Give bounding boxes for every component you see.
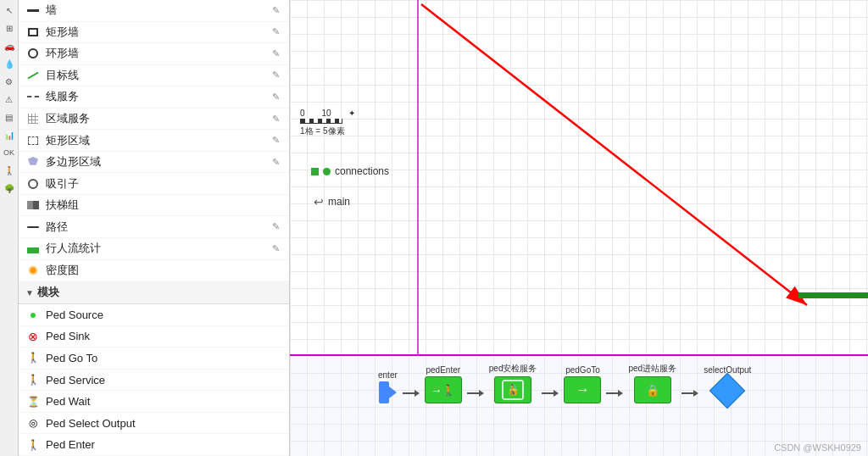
circ-wall-edit-icon[interactable]: ✎: [269, 47, 282, 60]
arrow-head-2: [479, 390, 484, 397]
main-item[interactable]: ↩ main: [314, 195, 350, 209]
target-line-icon: [25, 68, 41, 83]
flow-node-ped-security[interactable]: ped安检服务 🔒 🚶: [489, 363, 537, 403]
path-label: 路径: [46, 220, 269, 235]
main-icon: ↩: [314, 195, 324, 209]
module-section-header[interactable]: ▼ 模块: [19, 281, 289, 304]
ped-security-flow-label: ped安检服务: [489, 363, 537, 375]
sidebar-item-ped-wait[interactable]: ⏳ Ped Wait: [19, 391, 289, 413]
rect-wall-edit-icon[interactable]: ✎: [269, 25, 282, 39]
scale-text: 1格 = 5像素: [300, 125, 355, 137]
warning-tool-icon[interactable]: ⚠: [1, 91, 18, 108]
ped-goto-icon: 🚶: [25, 350, 41, 365]
flow-node-select-output[interactable]: selectOutput: [704, 365, 751, 403]
ped-wait-icon: ⏳: [25, 394, 41, 409]
ped-enter-icon: 🚶: [25, 437, 41, 453]
person-tool-icon[interactable]: 🚶: [1, 162, 18, 179]
flow-node-ped-goto[interactable]: pedGoTo →: [564, 365, 601, 403]
ok-tool-icon[interactable]: OK: [1, 144, 18, 161]
select-tool-icon[interactable]: ↖: [1, 2, 18, 19]
wall-edit-icon[interactable]: ✎: [269, 3, 282, 17]
sidebar-item-escalator[interactable]: 扶梯组: [19, 195, 289, 217]
connections-dot-left: [311, 168, 319, 175]
rect-wall-icon: [25, 25, 41, 40]
target-line-edit-icon[interactable]: ✎: [269, 69, 282, 82]
density-label: 密度图: [46, 263, 282, 278]
sidebar-item-attractor[interactable]: 吸引子: [19, 173, 289, 195]
circ-wall-label: 环形墙: [46, 46, 269, 61]
line-service-label: 线服务: [46, 89, 269, 104]
chart-tool-icon[interactable]: 📊: [1, 126, 18, 143]
poly-area-edit-icon[interactable]: ✎: [269, 155, 282, 169]
grid-tool-icon[interactable]: ⊞: [1, 19, 18, 36]
wall-label: 墙: [46, 3, 269, 18]
sidebar-item-rect-area[interactable]: 矩形区域 ✎: [19, 130, 289, 152]
layer-tool-icon[interactable]: ▤: [1, 108, 18, 125]
sidebar-item-poly-area[interactable]: 多边形区域 ✎: [19, 152, 289, 174]
sidebar-item-ped-service[interactable]: 🚶 Ped Service: [19, 370, 289, 392]
rect-wall-label: 矩形墙: [46, 25, 269, 40]
canvas-top[interactable]: 0 10 ✦ 1格 = 5像素 connections ↩ main: [290, 0, 868, 354]
ped-sink-label: Ped Sink: [46, 330, 282, 342]
sidebar-item-ped-sink[interactable]: ⊗ Ped Sink: [19, 326, 289, 348]
sidebar-item-wall[interactable]: 墙 ✎: [19, 0, 289, 22]
vertical-divider-line: [417, 0, 419, 354]
drop-tool-icon[interactable]: 💧: [1, 55, 18, 72]
flow-node-ped-station[interactable]: ped进站服务 🔒: [628, 363, 676, 403]
sidebar-item-target-line[interactable]: 目标线 ✎: [19, 65, 289, 87]
scale-bar: 0 10 ✦ 1格 = 5像素: [300, 108, 355, 137]
connections-item[interactable]: connections: [311, 165, 389, 177]
escalator-label: 扶梯组: [46, 197, 282, 213]
area-service-edit-icon[interactable]: ✎: [269, 112, 282, 125]
ped-select-icon: ◎: [25, 415, 41, 431]
sidebar-item-ped-select[interactable]: ◎ Ped Select Output: [19, 413, 289, 435]
line-service-edit-icon[interactable]: ✎: [269, 90, 282, 103]
attractor-label: 吸引子: [46, 176, 282, 192]
sidebar-item-ped-goto[interactable]: 🚶 Ped Go To: [19, 348, 289, 370]
rect-area-edit-icon[interactable]: ✎: [269, 134, 282, 147]
line-service-icon: [25, 89, 41, 104]
poly-area-icon: [25, 154, 41, 170]
rect-area-icon: [25, 133, 41, 148]
sidebar-item-ped-enter[interactable]: 🚶 Ped Enter: [19, 434, 289, 456]
sidebar-item-area-service[interactable]: 区域服务 ✎: [19, 108, 289, 131]
car-tool-icon[interactable]: 🚗: [1, 37, 18, 54]
sidebar-item-rect-wall[interactable]: 矩形墙 ✎: [19, 22, 289, 44]
arrow-line-4: [606, 392, 618, 394]
sidebar-item-ped-stats[interactable]: 行人流统计 ✎: [19, 238, 289, 260]
rect-area-label: 矩形区域: [46, 133, 269, 148]
settings-tool-icon[interactable]: ⚙: [1, 73, 18, 90]
flow-node-ped-enter[interactable]: pedEnter →🚶: [425, 365, 462, 403]
wall-icon: [25, 3, 41, 18]
sidebar-item-density[interactable]: 密度图: [19, 260, 289, 282]
area-service-icon: [25, 111, 41, 126]
sidebar-panel: 墙 ✎ 矩形墙 ✎ 环形墙 ✎ 目标线 ✎ 线服务 ✎ 区域服务 ✎ 矩形区域 …: [19, 0, 290, 456]
sidebar-item-circ-wall[interactable]: 环形墙 ✎: [19, 43, 289, 65]
ped-stats-icon: [25, 241, 41, 256]
ped-goto-flow-box: →: [564, 376, 601, 403]
scale-label-0: 0: [300, 108, 305, 118]
flow-node-enter[interactable]: enter: [378, 370, 398, 403]
circ-wall-icon: [25, 46, 41, 61]
sidebar-item-path[interactable]: 路径 ✎: [19, 216, 289, 238]
canvas-bottom[interactable]: enter pedEnter →🚶: [290, 354, 868, 456]
arrow-line-2: [467, 392, 479, 394]
enter-shape: [379, 381, 389, 403]
main-canvas: 0 10 ✦ 1格 = 5像素 connections ↩ main: [290, 0, 868, 456]
green-horizontal-bar: [798, 292, 868, 298]
sidebar-item-ped-source[interactable]: ● Ped Source: [19, 304, 289, 326]
path-edit-icon[interactable]: ✎: [269, 220, 282, 234]
scale-label-10: 10: [322, 108, 331, 118]
sidebar-item-line-service[interactable]: 线服务 ✎: [19, 86, 289, 108]
ped-goto-flow-label: pedGoTo: [565, 365, 600, 375]
select-output-diamond: [709, 373, 745, 409]
watermark: CSDN @WSKH0929: [774, 442, 861, 453]
ped-select-label: Ped Select Output: [46, 417, 282, 430]
ped-source-label: Ped Source: [46, 309, 282, 321]
escalator-icon: [25, 197, 41, 213]
section-arrow-icon: ▼: [25, 288, 34, 298]
connections-label: connections: [335, 165, 389, 177]
tree-tool-icon[interactable]: 🌳: [1, 180, 18, 197]
density-icon: [25, 263, 41, 278]
ped-stats-edit-icon[interactable]: ✎: [269, 242, 282, 255]
